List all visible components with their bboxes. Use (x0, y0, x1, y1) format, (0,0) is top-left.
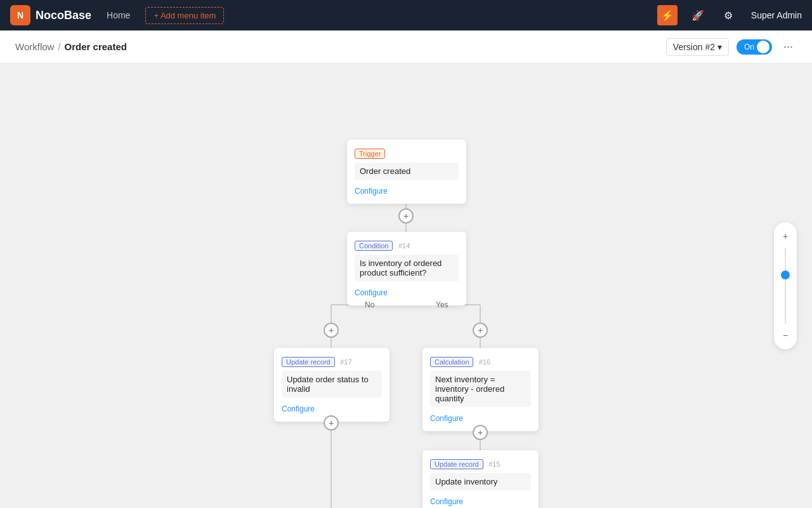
trigger-node: Trigger Order created Configure (347, 140, 466, 204)
update-inventory-configure[interactable]: Configure (430, 497, 463, 506)
add-button-left[interactable]: + (324, 323, 339, 338)
zoom-in-icon[interactable]: + (779, 230, 792, 243)
calculation-configure[interactable]: Configure (430, 414, 463, 423)
zoom-thumb[interactable] (781, 271, 790, 279)
breadcrumb-actions: Version #2 ▾ On ··· (666, 37, 797, 56)
more-button[interactable]: ··· (780, 37, 797, 56)
toggle-circle (757, 41, 769, 53)
user-label: Super Admin (751, 10, 802, 20)
logo: N NocoBase (10, 5, 91, 25)
workflow-toggle[interactable]: On (737, 39, 772, 55)
workflow-canvas: Trigger Order created Configure + Condit… (0, 64, 812, 508)
breadcrumb-separator: / (58, 41, 60, 52)
update-inventory-badge: Update record (430, 459, 483, 469)
trigger-badge: Trigger (355, 149, 385, 159)
update-inventory-title: Update inventory (430, 473, 531, 490)
toggle-label: On (744, 43, 754, 51)
update-record-id: #17 (340, 358, 351, 366)
condition-badge: Condition (355, 241, 393, 251)
add-button-right-middle[interactable]: + (473, 425, 488, 440)
add-menu-button[interactable]: + Add menu item (145, 7, 224, 24)
settings-icon[interactable]: ⚙ (718, 5, 738, 25)
condition-node: Condition #14 Is inventory of ordered pr… (347, 232, 466, 305)
add-button-left-bottom[interactable]: + (324, 415, 339, 431)
condition-id: #14 (398, 242, 410, 250)
add-button-1[interactable]: + (398, 208, 414, 224)
calculation-node: Calculation #16 Next inventory = invento… (422, 348, 539, 431)
update-record-configure[interactable]: Configure (282, 404, 315, 413)
zoom-track (785, 248, 786, 324)
branch-yes-label: Yes (436, 300, 449, 309)
calculation-title: Next inventory = inventory - ordered qua… (430, 371, 531, 407)
branch-no-label: No (365, 300, 374, 309)
update-inventory-id: #15 (488, 460, 500, 468)
logo-icon: N (10, 5, 30, 25)
update-record-title: Update order status to invalid (282, 371, 382, 398)
condition-configure[interactable]: Configure (355, 288, 388, 297)
chevron-down-icon: ▾ (717, 42, 722, 52)
zoom-out-icon[interactable]: − (779, 329, 792, 342)
update-record-node: Update record #17 Update order status to… (274, 348, 390, 422)
version-selector[interactable]: Version #2 ▾ (666, 38, 729, 56)
zoom-control: + − (774, 222, 797, 349)
update-record-badge: Update record (282, 357, 335, 367)
trigger-title: Order created (355, 163, 459, 180)
nav-home[interactable]: Home (102, 8, 135, 23)
calculation-id: #16 (479, 358, 490, 366)
app-header: N NocoBase Home + Add menu item ⚡ 🚀 ⚙ Su… (0, 0, 812, 30)
rocket-icon[interactable]: 🚀 (688, 5, 708, 25)
add-button-right[interactable]: + (473, 323, 488, 338)
logo-text: NocoBase (36, 9, 91, 22)
page-title: Order created (65, 41, 127, 52)
workflow-link[interactable]: Workflow (15, 41, 54, 52)
plugin-icon[interactable]: ⚡ (657, 5, 678, 25)
breadcrumb: Workflow / Order created (15, 41, 127, 52)
condition-title: Is inventory of ordered product sufficie… (355, 255, 459, 281)
version-label: Version #2 (673, 42, 715, 52)
calculation-badge: Calculation (430, 357, 473, 367)
breadcrumb-bar: Workflow / Order created Version #2 ▾ On… (0, 30, 812, 64)
update-inventory-node: Update record #15 Update inventory Confi… (422, 450, 539, 508)
trigger-configure[interactable]: Configure (355, 187, 388, 196)
